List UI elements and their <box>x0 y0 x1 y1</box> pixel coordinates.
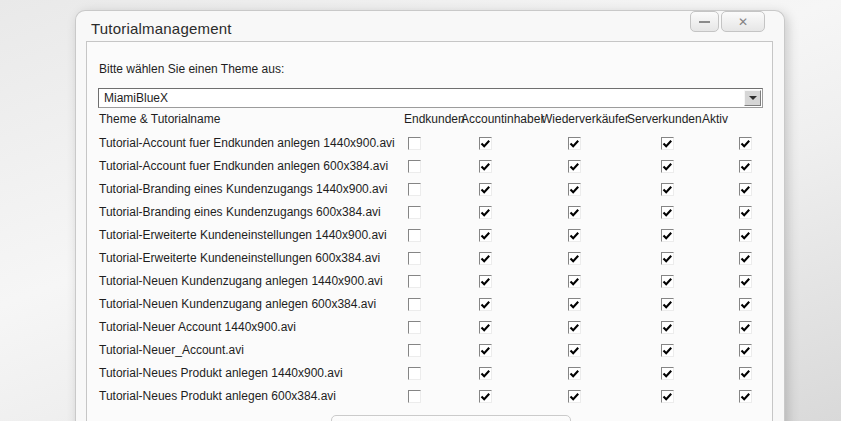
checkbox-wiederverkaeufer[interactable] <box>568 137 581 150</box>
checkbox-accountinhaber[interactable] <box>479 367 492 380</box>
check-icon <box>569 254 580 265</box>
checkbox-endkunden[interactable] <box>408 367 421 380</box>
checkbox-endkunden[interactable] <box>408 390 421 403</box>
checkbox-aktiv[interactable] <box>739 206 752 219</box>
checkbox-endkunden[interactable] <box>408 137 421 150</box>
checkbox-accountinhaber[interactable] <box>479 160 492 173</box>
check-icon <box>662 392 673 403</box>
check-icon <box>740 392 751 403</box>
checkbox-accountinhaber[interactable] <box>479 275 492 288</box>
checkbox-serverkunden[interactable] <box>661 390 674 403</box>
checkbox-endkunden[interactable] <box>408 229 421 242</box>
checkbox-wiederverkaeufer[interactable] <box>568 229 581 242</box>
close-button[interactable]: ✕ <box>721 11 765 32</box>
checkbox-accountinhaber[interactable] <box>479 137 492 150</box>
checkbox-serverkunden[interactable] <box>661 229 674 242</box>
theme-select-value: MiamiBlueX <box>104 91 168 105</box>
checkbox-accountinhaber[interactable] <box>479 344 492 357</box>
checkbox-aktiv[interactable] <box>739 229 752 242</box>
checkbox-serverkunden[interactable] <box>661 275 674 288</box>
column-header: Wiederverkäufer <box>541 112 629 126</box>
checkbox-aktiv[interactable] <box>739 183 752 196</box>
dropdown-arrow-button[interactable] <box>744 90 761 106</box>
tutorial-name: Tutorial-Erweiterte Kundeneinstellungen … <box>99 251 380 265</box>
checkbox-accountinhaber[interactable] <box>479 183 492 196</box>
checkbox-accountinhaber[interactable] <box>479 252 492 265</box>
check-icon <box>740 346 751 357</box>
check-icon <box>740 254 751 265</box>
checkbox-serverkunden[interactable] <box>661 321 674 334</box>
check-icon <box>480 185 491 196</box>
check-icon <box>662 139 673 150</box>
checkbox-serverkunden[interactable] <box>661 367 674 380</box>
table-row: Tutorial-Neues Produkt anlegen 600x384.a… <box>87 385 772 408</box>
tutorial-name: Tutorial-Account fuer Endkunden anlegen … <box>99 159 388 173</box>
checkbox-aktiv[interactable] <box>739 275 752 288</box>
checkbox-wiederverkaeufer[interactable] <box>568 344 581 357</box>
checkbox-wiederverkaeufer[interactable] <box>568 298 581 311</box>
table-row: Tutorial-Erweiterte Kundeneinstellungen … <box>87 224 772 247</box>
check-icon <box>480 254 491 265</box>
checkbox-endkunden[interactable] <box>408 344 421 357</box>
checkbox-endkunden[interactable] <box>408 183 421 196</box>
checkbox-wiederverkaeufer[interactable] <box>568 390 581 403</box>
tutorial-name: Tutorial-Branding eines Kundenzugangs 60… <box>99 205 381 219</box>
checkbox-aktiv[interactable] <box>739 160 752 173</box>
checkbox-endkunden[interactable] <box>408 252 421 265</box>
checkbox-aktiv[interactable] <box>739 390 752 403</box>
check-icon <box>740 185 751 196</box>
bottom-action-button[interactable] <box>331 415 571 421</box>
check-icon <box>662 369 673 380</box>
checkbox-serverkunden[interactable] <box>661 183 674 196</box>
check-icon <box>740 162 751 173</box>
checkbox-wiederverkaeufer[interactable] <box>568 275 581 288</box>
check-icon <box>569 231 580 242</box>
checkbox-endkunden[interactable] <box>408 275 421 288</box>
check-icon <box>740 208 751 219</box>
content-panel: Bitte wählen Sie einen Theme aus: MiamiB… <box>86 41 773 421</box>
checkbox-serverkunden[interactable] <box>661 298 674 311</box>
checkbox-wiederverkaeufer[interactable] <box>568 321 581 334</box>
checkbox-accountinhaber[interactable] <box>479 321 492 334</box>
checkbox-aktiv[interactable] <box>739 321 752 334</box>
checkbox-accountinhaber[interactable] <box>479 298 492 311</box>
checkbox-accountinhaber[interactable] <box>479 390 492 403</box>
checkbox-serverkunden[interactable] <box>661 137 674 150</box>
checkbox-wiederverkaeufer[interactable] <box>568 252 581 265</box>
table-row: Tutorial-Branding eines Kundenzugangs 14… <box>87 178 772 201</box>
checkbox-aktiv[interactable] <box>739 344 752 357</box>
check-icon <box>480 162 491 173</box>
checkbox-serverkunden[interactable] <box>661 344 674 357</box>
check-icon <box>480 139 491 150</box>
checkbox-endkunden[interactable] <box>408 160 421 173</box>
checkbox-aktiv[interactable] <box>739 252 752 265</box>
checkbox-serverkunden[interactable] <box>661 252 674 265</box>
checkbox-accountinhaber[interactable] <box>479 229 492 242</box>
theme-select[interactable]: MiamiBlueX <box>98 88 763 108</box>
checkbox-aktiv[interactable] <box>739 137 752 150</box>
checkbox-serverkunden[interactable] <box>661 160 674 173</box>
checkbox-wiederverkaeufer[interactable] <box>568 206 581 219</box>
checkbox-accountinhaber[interactable] <box>479 206 492 219</box>
check-icon <box>662 185 673 196</box>
checkbox-endkunden[interactable] <box>408 206 421 219</box>
check-icon <box>569 139 580 150</box>
check-icon <box>480 392 491 403</box>
checkbox-aktiv[interactable] <box>739 367 752 380</box>
checkbox-endkunden[interactable] <box>408 321 421 334</box>
minimize-button[interactable] <box>690 11 719 32</box>
check-icon <box>480 208 491 219</box>
checkbox-wiederverkaeufer[interactable] <box>568 367 581 380</box>
checkbox-endkunden[interactable] <box>408 298 421 311</box>
check-icon <box>740 323 751 334</box>
checkbox-wiederverkaeufer[interactable] <box>568 160 581 173</box>
tutorial-name: Tutorial-Neuer_Account.avi <box>99 343 244 357</box>
checkbox-serverkunden[interactable] <box>661 206 674 219</box>
check-icon <box>662 346 673 357</box>
checkbox-aktiv[interactable] <box>739 298 752 311</box>
check-icon <box>662 277 673 288</box>
check-icon <box>480 346 491 357</box>
checkbox-wiederverkaeufer[interactable] <box>568 183 581 196</box>
tutorial-name: Tutorial-Neues Produkt anlegen 1440x900.… <box>99 366 343 380</box>
check-icon <box>740 369 751 380</box>
